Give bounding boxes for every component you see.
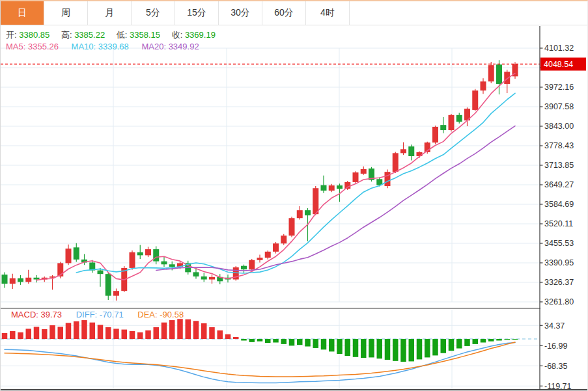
price-tick-label: 3907.58 bbox=[544, 102, 574, 111]
current-price-value: 4048.54 bbox=[544, 60, 573, 69]
tab-5min[interactable]: 5分 bbox=[132, 1, 175, 25]
candlestick-chart-canvas[interactable]: 4101.324036.743972.163907.583843.003778.… bbox=[1, 26, 588, 391]
tab-week[interactable]: 周 bbox=[44, 1, 88, 25]
tab-60min[interactable]: 60分 bbox=[262, 1, 306, 25]
timeframe-tabbar: 日周月5分15分30分60分4时 bbox=[1, 1, 587, 25]
tab-month[interactable]: 月 bbox=[88, 1, 132, 25]
price-tick-label: 3584.69 bbox=[544, 200, 574, 209]
price-tick-label: 3520.11 bbox=[544, 219, 573, 228]
price-tick-label: 3972.16 bbox=[544, 83, 574, 92]
price-tick-label: 3843.00 bbox=[544, 122, 574, 131]
macd-tick-label: -68.35 bbox=[544, 362, 567, 371]
tab-day[interactable]: 日 bbox=[1, 1, 44, 25]
tab-15min[interactable]: 15分 bbox=[175, 1, 219, 25]
price-tick-label: 3455.53 bbox=[544, 239, 574, 248]
price-tick-label: 3649.27 bbox=[544, 180, 574, 189]
macd-tick-label: 34.37 bbox=[544, 321, 565, 330]
price-tick-label: 3390.95 bbox=[544, 258, 574, 267]
price-tick-label: 3778.43 bbox=[544, 141, 574, 150]
tab-4hour[interactable]: 4时 bbox=[306, 1, 350, 25]
price-tick-label: 3326.37 bbox=[544, 278, 574, 287]
tab-30min[interactable]: 30分 bbox=[219, 1, 262, 25]
price-tick-label: 4101.32 bbox=[544, 44, 574, 53]
trading-chart-window: 日周月5分15分30分60分4时 4101.324036.743972.1639… bbox=[0, 0, 588, 391]
macd-tick-label: -119.71 bbox=[544, 382, 572, 391]
price-tick-label: 3713.85 bbox=[544, 161, 574, 170]
price-tick-label: 3261.80 bbox=[544, 297, 574, 306]
macd-tick-label: -16.99 bbox=[544, 342, 567, 351]
